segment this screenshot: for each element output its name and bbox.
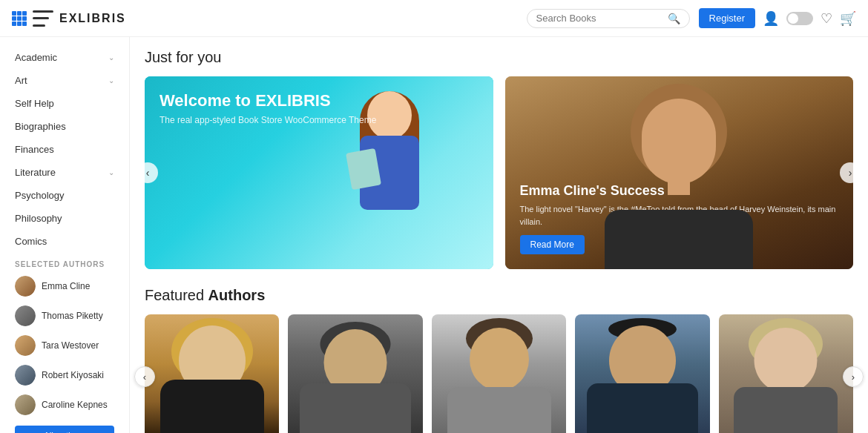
avatar-emma <box>15 276 36 297</box>
authors-grid: ‹ <box>145 314 853 433</box>
author-card-3[interactable] <box>575 314 709 433</box>
author-card-0[interactable] <box>145 314 279 433</box>
sidebar-item-literature[interactable]: Literature ⌄ <box>0 161 129 184</box>
cart-icon[interactable]: 🛒 <box>840 10 856 27</box>
signin-icon[interactable]: 👤 <box>763 10 779 27</box>
avatar-robert <box>15 365 36 386</box>
authors-carousel-prev[interactable]: ‹ <box>134 366 155 387</box>
sidebar-item-selfhelp[interactable]: Self Help <box>0 92 129 115</box>
search-button[interactable]: 🔍 <box>668 13 680 24</box>
chevron-down-icon: ⌄ <box>108 168 114 176</box>
brand-name: EXLIBRIS <box>59 12 126 25</box>
author-card-1[interactable] <box>288 314 422 433</box>
author-item-emma[interactable]: Emma Cline <box>0 271 129 301</box>
featured-authors-section: Featured Authors ‹ <box>145 287 853 433</box>
nav-actions: Register 👤 ♡ 🛒 <box>699 8 856 28</box>
selected-authors-title: SELECTED AUTHORS <box>0 253 129 271</box>
chevron-down-icon: ⌄ <box>108 76 114 85</box>
main-content: Just for you ‹ Welcome to EXLIBRIS <box>130 37 868 433</box>
featured-authors-title: Featured Authors <box>145 287 853 304</box>
sidebar-item-finances[interactable]: Finances <box>0 138 129 161</box>
hero-banners: ‹ Welcome to EXLIBRIS The real app-style… <box>145 76 853 269</box>
sidebar: Academic ⌄ Art ⌄ Self Help Biographies F… <box>0 37 130 433</box>
woman-clothes <box>605 210 753 269</box>
hero-banner-right: Emma Cline's Success The light novel "Ha… <box>505 76 854 269</box>
search-box: 🔍 <box>527 9 690 28</box>
authors-carousel-next[interactable]: › <box>843 366 864 387</box>
avatar-tara <box>15 335 36 356</box>
hero-carousel-next[interactable]: › <box>840 162 861 183</box>
all-authors-button[interactable]: All authors <box>15 426 114 433</box>
sidebar-item-comics[interactable]: Comics <box>0 230 129 253</box>
woman-neck <box>668 173 690 195</box>
banner-left-bg: Welcome to EXLIBRIS The real app-styled … <box>145 76 493 269</box>
author-item-robert[interactable]: Robert Kiyosaki <box>0 360 129 390</box>
author-item-tara[interactable]: Tara Westover <box>0 331 129 360</box>
hero-left-subtitle: The real app-styled Book Store WooCommer… <box>160 115 479 125</box>
search-input[interactable] <box>536 13 663 24</box>
chevron-down-icon: ⌄ <box>108 53 114 62</box>
avatar-caroline <box>15 394 36 415</box>
read-more-button[interactable]: Read More <box>520 235 585 254</box>
hero-banner-left: Welcome to EXLIBRIS The real app-styled … <box>145 76 493 269</box>
sidebar-item-psychology[interactable]: Psychology <box>0 184 129 207</box>
author-card-2[interactable] <box>432 314 566 433</box>
woman-face <box>642 99 716 184</box>
logo-area: EXLIBRIS <box>12 10 126 27</box>
theme-toggle[interactable] <box>786 12 813 25</box>
girl-book <box>345 148 381 190</box>
sidebar-item-biographies[interactable]: Biographies <box>0 115 129 138</box>
sidebar-item-philosophy[interactable]: Philosophy <box>0 207 129 230</box>
grid-icon <box>12 11 27 26</box>
wishlist-icon[interactable]: ♡ <box>821 10 832 27</box>
avatar-thomas <box>15 305 36 326</box>
topnav: EXLIBRIS 🔍 Register 👤 ♡ 🛒 <box>0 0 868 37</box>
just-for-you-title: Just for you <box>145 49 853 66</box>
hamburger-icon <box>33 10 53 27</box>
author-card-4[interactable] <box>719 314 853 433</box>
author-item-caroline[interactable]: Caroline Kepnes <box>0 390 129 420</box>
register-button[interactable]: Register <box>699 8 755 28</box>
sidebar-item-academic[interactable]: Academic ⌄ <box>0 46 129 69</box>
author-item-thomas[interactable]: Thomas Piketty <box>0 301 129 331</box>
hero-carousel-prev[interactable]: ‹ <box>137 162 158 183</box>
main-layout: Academic ⌄ Art ⌄ Self Help Biographies F… <box>0 37 868 433</box>
sidebar-item-art[interactable]: Art ⌄ <box>0 69 129 92</box>
